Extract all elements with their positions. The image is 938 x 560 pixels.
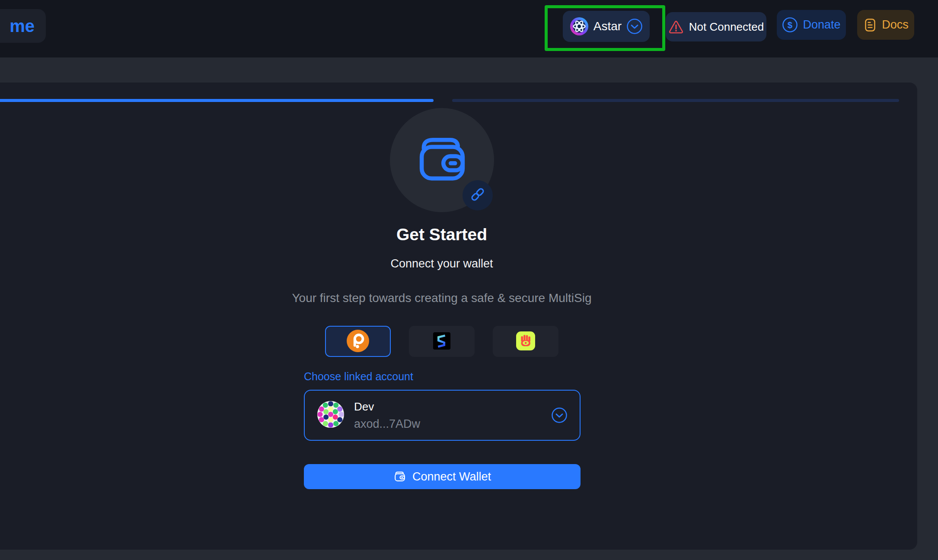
wallet-options-row xyxy=(303,326,580,357)
progress-step-1-active xyxy=(0,99,434,102)
app-window: me As xyxy=(0,0,938,560)
network-name-label: Astar xyxy=(593,19,622,33)
wallet-icon xyxy=(414,131,470,189)
connect-wallet-label: Connect Wallet xyxy=(412,470,491,484)
wallet-hero-circle xyxy=(390,108,494,212)
account-info: Dev axod...7ADw xyxy=(354,400,420,431)
donate-button[interactable]: $ Donate xyxy=(777,10,846,40)
link-badge xyxy=(463,180,493,210)
connect-wallet-button[interactable]: Connect Wallet xyxy=(304,464,581,489)
wallet-icon xyxy=(393,470,406,483)
dollar-circle-icon: $ xyxy=(782,17,798,33)
docs-label: Docs xyxy=(882,18,909,32)
page-subtitle: Connect your wallet xyxy=(303,257,580,270)
wallet-option-subwallet[interactable] xyxy=(409,326,475,357)
polkadot-js-icon xyxy=(346,329,370,354)
account-address: axod...7ADw xyxy=(354,417,420,431)
top-navbar: me As xyxy=(0,0,938,57)
wallet-option-talisman[interactable] xyxy=(493,326,558,357)
network-selector-button[interactable]: Astar xyxy=(563,11,650,42)
donate-label: Donate xyxy=(803,18,840,32)
account-identicon xyxy=(317,401,345,430)
docs-button[interactable]: Docs xyxy=(857,10,914,40)
page-description: Your first step towards creating a safe … xyxy=(260,291,623,305)
account-name: Dev xyxy=(354,400,420,414)
connection-status-badge[interactable]: Not Connected xyxy=(666,12,766,41)
svg-text:$: $ xyxy=(788,20,793,30)
app-logo[interactable]: me xyxy=(0,9,46,43)
subwallet-icon xyxy=(433,332,451,351)
connection-status-label: Not Connected xyxy=(689,20,764,34)
choose-account-label: Choose linked account xyxy=(304,370,413,383)
progress-step-2-inactive xyxy=(452,99,899,102)
get-started-card: Get Started Connect your wallet Your fir… xyxy=(0,83,917,550)
talisman-icon xyxy=(516,331,535,352)
chevron-down-icon xyxy=(551,407,568,423)
document-lines-icon xyxy=(863,18,877,32)
account-selector[interactable]: Dev axod...7ADw xyxy=(304,390,581,441)
app-logo-text: me xyxy=(10,16,35,36)
link-icon xyxy=(470,187,485,204)
chevron-down-icon xyxy=(626,18,643,35)
warning-triangle-icon xyxy=(668,19,684,35)
page-title: Get Started xyxy=(303,225,580,244)
astar-network-icon xyxy=(570,17,589,36)
wallet-option-polkadot-js[interactable] xyxy=(325,326,391,357)
